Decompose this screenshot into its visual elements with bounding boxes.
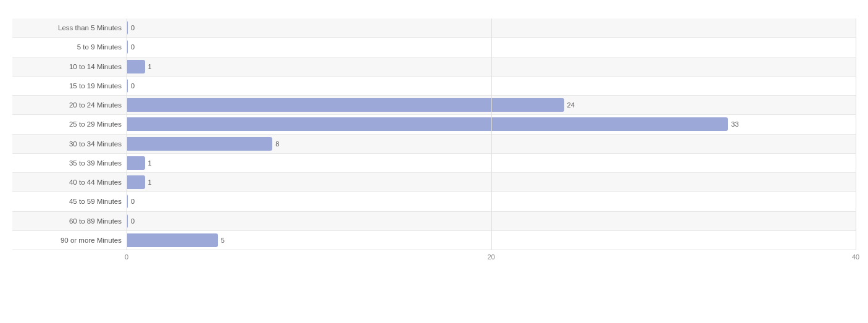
bar-track: 8	[127, 135, 856, 153]
bar-label: 5 to 9 Minutes	[12, 43, 127, 51]
bar-value: 0	[131, 82, 135, 90]
bar-fill	[127, 40, 128, 54]
bar-row: 20 to 24 Minutes24	[12, 96, 856, 115]
bar-row: 60 to 89 Minutes0	[12, 212, 856, 231]
bar-row: 10 to 14 Minutes1	[12, 57, 856, 77]
chart-container: Less than 5 Minutes05 to 9 Minutes010 to…	[0, 0, 868, 323]
bar-track: 0	[127, 77, 856, 95]
bar-row: 15 to 19 Minutes0	[12, 77, 856, 96]
bar-track: 0	[127, 192, 856, 211]
x-axis-tick: 0	[125, 253, 128, 261]
bar-label: 90 or more Minutes	[12, 237, 127, 244]
bar-label: 15 to 19 Minutes	[12, 82, 127, 90]
bar-value: 8	[275, 140, 279, 148]
bar-value: 5	[221, 237, 225, 244]
bar-label: 45 to 59 Minutes	[12, 198, 127, 205]
bar-track: 33	[127, 115, 856, 133]
bar-track: 0	[127, 19, 856, 37]
x-axis-tick: 20	[487, 253, 495, 261]
bar-label: 10 to 14 Minutes	[12, 63, 127, 70]
bar-value: 0	[131, 43, 135, 51]
bar-fill	[127, 21, 128, 35]
bar-track: 1	[127, 173, 856, 191]
bar-label: 25 to 29 Minutes	[12, 120, 127, 128]
bar-fill	[127, 156, 145, 170]
bar-value: 0	[131, 198, 135, 205]
bar-track: 1	[127, 154, 856, 172]
bar-label: Less than 5 Minutes	[12, 24, 127, 31]
bar-track: 0	[127, 38, 856, 56]
bar-label: 35 to 39 Minutes	[12, 159, 127, 167]
bar-fill	[127, 175, 145, 189]
bar-track: 24	[127, 96, 856, 114]
bar-fill	[127, 60, 145, 73]
bar-value: 33	[731, 120, 738, 128]
bar-track: 5	[127, 231, 856, 250]
bar-fill	[127, 117, 728, 131]
bar-fill	[127, 195, 128, 208]
bar-label: 60 to 89 Minutes	[12, 217, 127, 225]
bar-row: 45 to 59 Minutes0	[12, 192, 856, 211]
grid-line	[856, 19, 856, 250]
bar-value: 0	[131, 217, 135, 225]
bar-fill	[127, 137, 272, 151]
bar-track: 1	[127, 57, 856, 76]
bar-value: 1	[148, 159, 152, 167]
bar-fill	[127, 214, 128, 228]
x-axis-tick: 40	[852, 253, 859, 261]
bar-value: 0	[131, 24, 135, 31]
bar-label: 20 to 24 Minutes	[12, 101, 127, 109]
bar-fill	[127, 233, 218, 247]
bar-value: 24	[567, 101, 575, 109]
bar-label: 40 to 44 Minutes	[12, 178, 127, 186]
bars-area: Less than 5 Minutes05 to 9 Minutes010 to…	[12, 19, 856, 250]
bar-label: 30 to 34 Minutes	[12, 140, 127, 148]
bar-fill	[127, 98, 564, 112]
bar-value: 1	[148, 178, 152, 186]
bar-value: 1	[148, 63, 152, 70]
bar-row: 30 to 34 Minutes8	[12, 135, 856, 154]
bar-row: 5 to 9 Minutes0	[12, 38, 856, 57]
bar-row: 90 or more Minutes5	[12, 231, 856, 250]
bar-track: 0	[127, 212, 856, 230]
bar-row: 35 to 39 Minutes1	[12, 154, 856, 173]
bar-row: Less than 5 Minutes0	[12, 19, 856, 38]
bar-fill	[127, 79, 128, 93]
bar-row: 25 to 29 Minutes33	[12, 115, 856, 134]
x-axis: 02040	[127, 250, 856, 269]
bar-row: 40 to 44 Minutes1	[12, 173, 856, 192]
chart-body: Less than 5 Minutes05 to 9 Minutes010 to…	[12, 19, 856, 269]
